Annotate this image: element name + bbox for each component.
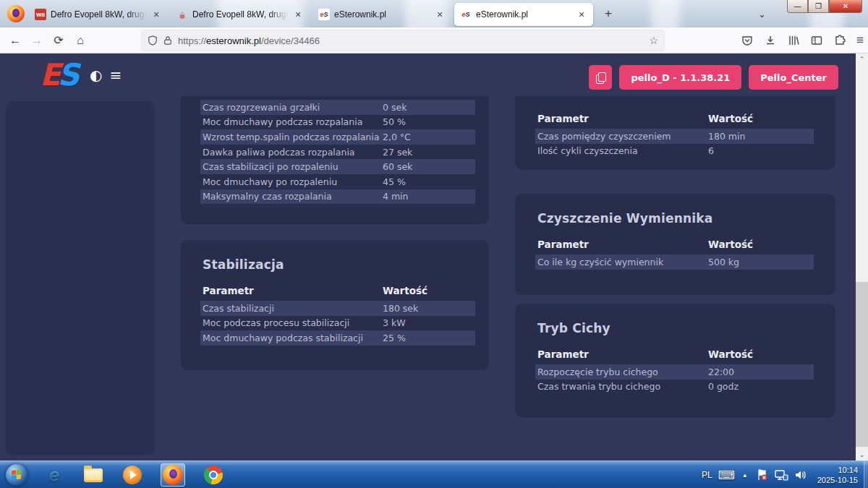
card-title: Czyszczenie Wymiennika [535, 194, 814, 226]
back-button[interactable]: ← [4, 30, 26, 51]
clock-date: 2025-10-15 [817, 475, 858, 485]
copy-device-button[interactable] [589, 65, 612, 90]
forward-button[interactable]: → [26, 30, 48, 51]
tab-title: eSterownik.pl [334, 9, 430, 20]
card-stabilization: Stabilizacja ParametrWartość Czas stabil… [181, 240, 489, 370]
taskbar-windows-explorer[interactable] [81, 463, 106, 487]
table-row[interactable]: Rozpoczęcie trybu cichego22:00 [535, 364, 814, 380]
bookmark-star-icon[interactable]: ☆ [649, 35, 658, 46]
card-quiet-mode: Tryb Cichy ParametrWartość Rozpoczęcie t… [515, 304, 835, 418]
show-desktop-button[interactable] [864, 461, 868, 488]
scrollbar-thumb[interactable] [856, 282, 868, 447]
table-row[interactable]: Ilość cykli czyszczenia6 [535, 144, 814, 159]
action-center-flag-icon[interactable] [755, 468, 768, 481]
tracking-shield-icon[interactable] [148, 35, 158, 46]
url-bar[interactable]: https://esterownik.pl/device/34466 ☆ [142, 30, 664, 51]
pello-center-button[interactable]: Pello_Center [749, 65, 838, 90]
card-title: Stabilizacja [200, 240, 475, 272]
tab-close-icon[interactable]: ✕ [292, 10, 304, 20]
app-menu-icon[interactable]: ≡ [856, 33, 864, 48]
firefox-app-icon[interactable] [7, 5, 25, 22]
sidebar-panel [6, 101, 155, 455]
table-header: ParametrWartość [535, 348, 814, 364]
card-exchanger-cleaning: Czyszczenie Wymiennika ParametrWartość C… [515, 194, 835, 295]
table-row[interactable]: Moc dmuchawy podczas rozpalania50 % [200, 115, 475, 130]
scroll-down-icon[interactable]: ⌄ [856, 449, 868, 461]
url-text[interactable]: https://esterownik.pl/device/34466 [178, 35, 649, 46]
table-row[interactable]: Czas rozgrzewania grzałki0 sek [200, 100, 475, 115]
network-icon[interactable] [774, 468, 788, 481]
esterownik-page: Czas rozgrzewania grzałki0 sek Moc dmuch… [0, 53, 856, 461]
table-row[interactable]: Czas stabilizacji180 sek [200, 301, 475, 316]
table-row[interactable]: Moc dmuchawy podczas stabilizacji25 % [200, 330, 475, 346]
window-controls: — ❐ ✕ [787, 0, 862, 13]
forum-favicon-icon: W8 [35, 9, 46, 20]
taskbar-firefox-active[interactable] [161, 463, 185, 487]
chrome-icon [204, 466, 223, 484]
copy-icon [596, 72, 605, 82]
keyboard-layout-icon[interactable]: ⌨ [718, 468, 735, 482]
taskbar-internet-explorer[interactable]: e [42, 463, 67, 487]
toolbar-icons: ≡ [741, 30, 864, 51]
tab-close-icon[interactable]: ✕ [434, 10, 446, 20]
table-row[interactable]: Co ile kg czyścić wymiennik500 kg [535, 254, 814, 270]
taskbar-media-player[interactable] [120, 463, 145, 487]
site-menu-icon[interactable]: ≡ [109, 67, 122, 84]
table-row[interactable]: Wzrost temp.spalin podczas rozpalania2,0… [200, 129, 475, 145]
folder-icon [84, 468, 103, 482]
theme-toggle-icon[interactable]: ◐ [90, 67, 102, 84]
home-button[interactable]: ⌂ [69, 30, 91, 51]
aero-glass-blob [651, 0, 680, 27]
table-header: ParametrWartość [535, 239, 814, 254]
tab-defro-forum-1[interactable]: W8 Defro Evopell 8kW, drugi sezon ✕ [29, 3, 168, 26]
taskbar-clock[interactable]: 10:14 2025-10-15 [817, 465, 858, 485]
downloads-icon[interactable] [764, 34, 777, 47]
window-maximize-button[interactable]: ❐ [808, 0, 829, 13]
esterownik-favicon-icon: eS [460, 9, 472, 20]
table-row[interactable]: Maksymalny czas rozpalania4 min [200, 189, 475, 205]
list-all-tabs-icon[interactable]: ⌄ [758, 9, 766, 20]
table-row[interactable]: Czas trwania trybu cichego0 godz [535, 380, 814, 395]
show-hidden-icons-button[interactable]: ▲ [742, 472, 748, 479]
media-player-icon [123, 466, 142, 484]
language-indicator[interactable]: PL [702, 470, 712, 480]
sidebar-toggle-icon[interactable] [810, 34, 823, 47]
window-close-button[interactable]: ✕ [829, 0, 862, 13]
table-header: ParametrWartość [535, 113, 814, 129]
site-header: ES ◐ ≡ pello_D - 1.1.38.21 Pello_Center [0, 53, 856, 96]
tab-close-icon[interactable]: ✕ [576, 10, 587, 20]
tab-defro-forum-2[interactable]: ⌂ Defro Evopell 8kW, drugi sezon ✕ [171, 3, 310, 26]
taskbar-chrome[interactable] [201, 463, 226, 487]
start-button[interactable] [4, 463, 29, 487]
tab-esterownik-1[interactable]: eS eSterownik.pl ✕ [312, 3, 451, 26]
lock-icon[interactable] [163, 35, 172, 46]
firefox-icon [163, 465, 183, 485]
tab-esterownik-active[interactable]: eS eSterownik.pl ✕ [454, 3, 593, 26]
browser-tab-strip: W8 Defro Evopell 8kW, drugi sezon ✕ ⌂ De… [0, 0, 868, 27]
new-tab-button[interactable]: + [605, 7, 612, 21]
volume-icon[interactable] [794, 468, 807, 481]
library-icon[interactable] [787, 34, 800, 47]
clock-time: 10:14 [817, 465, 858, 475]
windows-flag-icon [12, 469, 22, 480]
house-favicon-icon: ⌂ [176, 9, 188, 20]
table-row[interactable]: Czas pomiędzy czyszczeniem180 min [535, 129, 814, 144]
page-scrollbar[interactable]: ⌃ ⌄ [856, 53, 868, 461]
extensions-icon[interactable] [833, 34, 846, 47]
reload-button[interactable]: ⟳ [48, 30, 69, 51]
table-row[interactable]: Czas stabilizacji po rozpaleniu60 sek [200, 159, 475, 174]
system-tray: PL ⌨ ▲ 10:14 2025-10-15 [702, 461, 868, 488]
window-minimize-button[interactable]: — [787, 0, 808, 13]
table-header: ParametrWartość [200, 285, 475, 301]
card-ignition-params: Czas rozgrzewania grzałki0 sek Moc dmuch… [181, 96, 489, 224]
tab-close-icon[interactable]: ✕ [150, 10, 162, 20]
header-buttons: pello_D - 1.1.38.21 Pello_Center [589, 65, 838, 90]
table-row[interactable]: Dawka paliwa podczas rozpalania27 sek [200, 145, 475, 160]
scroll-up-icon[interactable]: ⌃ [856, 53, 868, 65]
table-row[interactable]: Moc dmuchawy po rozpaleniu45 % [200, 174, 475, 189]
table-row[interactable]: Moc podczas procesu stabilizacji3 kW [200, 316, 475, 331]
esterownik-logo[interactable]: ES [40, 60, 77, 90]
pocket-icon[interactable] [741, 34, 754, 47]
device-version-button[interactable]: pello_D - 1.1.38.21 [619, 65, 741, 90]
esterownik-favicon-icon: eS [318, 9, 330, 20]
